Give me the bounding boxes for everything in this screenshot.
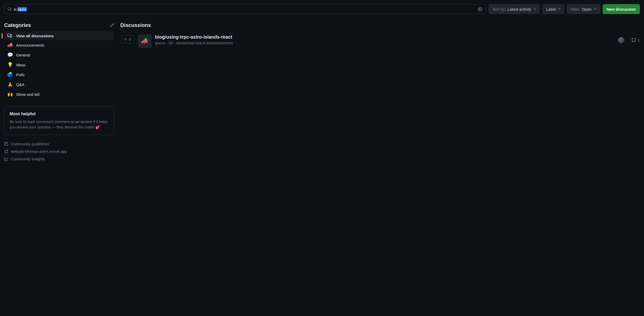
category-label: Announcements bbox=[16, 43, 44, 47]
category-ideas[interactable]: 💡 Ideas bbox=[4, 60, 114, 70]
search-prefix: is: bbox=[14, 7, 18, 11]
vote-count: 0 bbox=[129, 37, 131, 41]
community-insights-link[interactable]: Community insights bbox=[4, 155, 114, 163]
category-label: Show and tell bbox=[16, 92, 39, 97]
community-links: Community guidelines website-thomas-astr… bbox=[4, 140, 114, 163]
pray-icon: 🙏 bbox=[7, 82, 13, 87]
filter-value: Open bbox=[582, 7, 592, 11]
checklist-icon bbox=[4, 142, 8, 146]
pencil-icon bbox=[110, 23, 114, 27]
discussion-meta-text: announced now in Announcements bbox=[176, 41, 233, 45]
label-text: Label bbox=[546, 7, 556, 11]
external-link-icon bbox=[4, 149, 8, 154]
comment-icon bbox=[632, 38, 636, 42]
lightbulb-icon: 💡 bbox=[7, 62, 13, 68]
search-selected-token: open bbox=[18, 7, 27, 11]
clear-search-button[interactable] bbox=[478, 6, 483, 12]
discussion-meta: giscus bot announced now in Announcement… bbox=[155, 41, 614, 45]
category-general[interactable]: 💬 General bbox=[4, 50, 114, 60]
category-polls[interactable]: 🗳️ Polls bbox=[4, 70, 114, 80]
category-label: Q&A bbox=[16, 82, 24, 87]
new-discussion-button[interactable]: New discussion bbox=[603, 4, 640, 14]
edit-categories-button[interactable] bbox=[110, 23, 114, 27]
megaphone-icon: 📣 bbox=[141, 38, 148, 45]
megaphone-icon: 📣 bbox=[7, 42, 13, 48]
close-icon bbox=[478, 8, 480, 10]
comment-count-link[interactable]: 1 bbox=[632, 38, 640, 42]
category-label: View all discussions bbox=[16, 34, 54, 38]
category-show-and-tell[interactable]: 🙌 Show and tell bbox=[4, 89, 114, 99]
discussions-heading: Discussions bbox=[120, 22, 640, 28]
chevron-down-icon bbox=[594, 9, 596, 10]
search-input[interactable]: is:open bbox=[14, 7, 478, 11]
community-guidelines-link[interactable]: Community guidelines bbox=[4, 140, 114, 148]
link-label: Community insights bbox=[11, 157, 45, 161]
most-helpful-title: Most helpful bbox=[10, 111, 109, 117]
chevron-down-icon bbox=[534, 9, 536, 10]
comment-count-value: 1 bbox=[638, 38, 640, 42]
link-label: Community guidelines bbox=[11, 142, 49, 146]
discussion-row: 0 📣 blog/using-trpc-astro-islands-react … bbox=[120, 32, 640, 50]
speech-balloon-icon: 💬 bbox=[7, 52, 13, 58]
category-view-all[interactable]: View all discussions bbox=[4, 31, 114, 40]
ballot-box-icon: 🗳️ bbox=[7, 72, 13, 77]
chevron-down-icon bbox=[558, 9, 560, 10]
category-qa[interactable]: 🙏 Q&A bbox=[4, 80, 114, 89]
most-helpful-box: Most helpful Be sure to mark someone's c… bbox=[4, 106, 114, 135]
discussion-title-link[interactable]: blog/using-trpc-astro-islands-react bbox=[155, 34, 614, 40]
most-helpful-body: Be sure to mark someone's comment as an … bbox=[10, 119, 109, 130]
website-link[interactable]: website-thomas-astro.vercel.app bbox=[4, 148, 114, 155]
category-list: View all discussions 📣 Announcements 💬 G… bbox=[4, 31, 114, 99]
category-label: Ideas bbox=[16, 63, 26, 67]
category-announcements[interactable]: 📣 Announcements bbox=[4, 40, 114, 50]
participant-avatar[interactable] bbox=[618, 37, 624, 43]
sort-dropdown[interactable]: Sort by: Latest activity bbox=[489, 4, 540, 14]
graph-icon bbox=[4, 157, 8, 161]
sort-prefix: Sort by: bbox=[493, 7, 506, 11]
raised-hands-icon: 🙌 bbox=[7, 91, 13, 97]
filter-prefix: Filter: bbox=[571, 7, 580, 11]
category-label: General bbox=[16, 53, 30, 57]
search-input-wrapper[interactable]: is:open bbox=[4, 4, 486, 14]
filter-dropdown[interactable]: Filter: Open bbox=[567, 4, 600, 14]
label-dropdown[interactable]: Label bbox=[542, 4, 564, 14]
bot-badge: bot bbox=[167, 41, 175, 45]
sort-value: Latest activity bbox=[508, 7, 531, 11]
category-label: Polls bbox=[16, 73, 25, 77]
arrow-up-icon bbox=[124, 38, 127, 41]
upvote-button[interactable]: 0 bbox=[120, 35, 134, 43]
discussion-author[interactable]: giscus bbox=[155, 41, 165, 45]
search-icon bbox=[8, 7, 12, 11]
link-label: website-thomas-astro.vercel.app bbox=[11, 149, 67, 154]
discussion-category-badge: 📣 bbox=[138, 34, 151, 48]
categories-heading: Categories bbox=[4, 22, 31, 28]
comment-discussion-icon bbox=[7, 33, 13, 38]
